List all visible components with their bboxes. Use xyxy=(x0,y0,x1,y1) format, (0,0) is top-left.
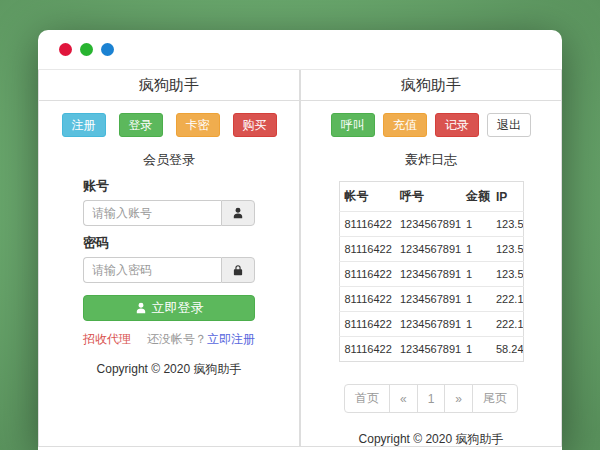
cell-callsign: 12345678910 xyxy=(395,287,461,312)
cell-callsign: 12345678910 xyxy=(395,337,461,362)
login-links-row: 招收代理 还没帐号？立即注册 xyxy=(83,331,255,348)
cell-account: 81116422 xyxy=(339,212,395,237)
panels-container: 疯狗助手 注册 登录 卡密 购买 会员登录 账号 xyxy=(38,70,562,447)
account-input[interactable] xyxy=(83,200,221,226)
account-input-group xyxy=(83,200,255,226)
cell-amount: 1 xyxy=(461,262,491,287)
cell-amount: 1 xyxy=(461,337,491,362)
register-now-link[interactable]: 立即注册 xyxy=(207,332,255,346)
cell-ip: 123.5 xyxy=(491,262,523,287)
cell-account: 81116422 xyxy=(339,337,395,362)
password-input[interactable] xyxy=(83,257,221,283)
bomb-log-heading: 轰炸日志 xyxy=(301,151,561,169)
cell-amount: 1 xyxy=(461,312,491,337)
app-window: 疯狗助手 注册 登录 卡密 购买 会员登录 账号 xyxy=(38,30,562,450)
login-nav-buttons: 注册 登录 卡密 购买 xyxy=(39,113,299,137)
recharge-button[interactable]: 充值 xyxy=(383,113,427,137)
col-header-callsign: 呼号 xyxy=(395,182,461,212)
log-table: 帐号 呼号 金额 IP 81116422 12345678910 1 123.5 xyxy=(339,181,524,362)
window-titlebar xyxy=(38,30,562,70)
pagination-page-1[interactable]: 1 xyxy=(417,384,446,413)
login-copyright: Copyright © 2020 疯狗助手 xyxy=(83,361,255,378)
log-table-header-row: 帐号 呼号 金额 IP xyxy=(339,182,523,212)
log-panel-body: 呼叫 充值 记录 退出 轰炸日志 帐号 呼号 金额 IP xyxy=(301,101,561,446)
col-header-ip: IP xyxy=(491,182,523,212)
call-button[interactable]: 呼叫 xyxy=(331,113,375,137)
cell-ip: 123.5 xyxy=(491,212,523,237)
cell-account: 81116422 xyxy=(339,262,395,287)
log-copyright: Copyright © 2020 疯狗助手 xyxy=(301,431,561,446)
col-header-account: 帐号 xyxy=(339,182,395,212)
lock-icon xyxy=(221,257,255,283)
buy-button[interactable]: 购买 xyxy=(233,113,277,137)
table-row: 81116422 12345678910 1 222.1 xyxy=(339,287,523,312)
col-header-amount: 金额 xyxy=(461,182,491,212)
no-account-text: 还没帐号？ xyxy=(147,332,207,346)
recruit-agent-link[interactable]: 招收代理 xyxy=(83,331,131,348)
records-button[interactable]: 记录 xyxy=(435,113,479,137)
pagination: 首页 « 1 » 尾页 xyxy=(301,384,561,413)
pagination-next[interactable]: » xyxy=(444,384,473,413)
login-submit-button[interactable]: 立即登录 xyxy=(83,295,255,321)
close-window-icon[interactable] xyxy=(59,43,72,56)
cell-account: 81116422 xyxy=(339,237,395,262)
password-label: 密码 xyxy=(83,234,255,252)
cell-account: 81116422 xyxy=(339,287,395,312)
table-row: 81116422 12345678910 1 222.1 xyxy=(339,312,523,337)
account-label: 账号 xyxy=(83,177,255,195)
user-icon xyxy=(135,302,147,314)
login-form: 账号 密码 xyxy=(83,177,255,378)
table-row: 81116422 12345678910 1 123.5 xyxy=(339,212,523,237)
cell-ip: 222.1 xyxy=(491,312,523,337)
no-account-group: 还没帐号？立即注册 xyxy=(147,331,255,348)
login-panel-title: 疯狗助手 xyxy=(39,70,299,101)
login-panel-body: 注册 登录 卡密 购买 会员登录 账号 密码 xyxy=(39,101,299,446)
user-icon xyxy=(221,200,255,226)
table-row: 81116422 12345678910 1 123.5 xyxy=(339,262,523,287)
member-login-heading: 会员登录 xyxy=(39,151,299,169)
table-row: 81116422 12345678910 1 123.5 xyxy=(339,237,523,262)
cell-callsign: 12345678910 xyxy=(395,312,461,337)
logout-button[interactable]: 退出 xyxy=(487,113,531,137)
zoom-window-icon[interactable] xyxy=(101,43,114,56)
log-panel-title: 疯狗助手 xyxy=(301,70,561,101)
table-row: 81116422 12345678910 1 58.24 xyxy=(339,337,523,362)
login-panel: 疯狗助手 注册 登录 卡密 购买 会员登录 账号 xyxy=(38,70,300,447)
register-button[interactable]: 注册 xyxy=(62,113,106,137)
minimize-window-icon[interactable] xyxy=(80,43,93,56)
cell-amount: 1 xyxy=(461,287,491,312)
cell-amount: 1 xyxy=(461,237,491,262)
password-input-group xyxy=(83,257,255,283)
pagination-last[interactable]: 尾页 xyxy=(472,384,518,413)
login-nav-button[interactable]: 登录 xyxy=(119,113,163,137)
cell-callsign: 12345678910 xyxy=(395,212,461,237)
cell-ip: 58.24 xyxy=(491,337,523,362)
cell-ip: 222.1 xyxy=(491,287,523,312)
card-key-button[interactable]: 卡密 xyxy=(176,113,220,137)
cell-account: 81116422 xyxy=(339,312,395,337)
login-submit-label: 立即登录 xyxy=(152,299,204,317)
log-nav-buttons: 呼叫 充值 记录 退出 xyxy=(301,113,561,137)
pagination-prev[interactable]: « xyxy=(389,384,418,413)
log-panel: 疯狗助手 呼叫 充值 记录 退出 轰炸日志 帐号 呼号 金额 IP xyxy=(300,70,562,447)
cell-amount: 1 xyxy=(461,212,491,237)
cell-ip: 123.5 xyxy=(491,237,523,262)
cell-callsign: 12345678910 xyxy=(395,237,461,262)
cell-callsign: 12345678910 xyxy=(395,262,461,287)
pagination-first[interactable]: 首页 xyxy=(344,384,390,413)
